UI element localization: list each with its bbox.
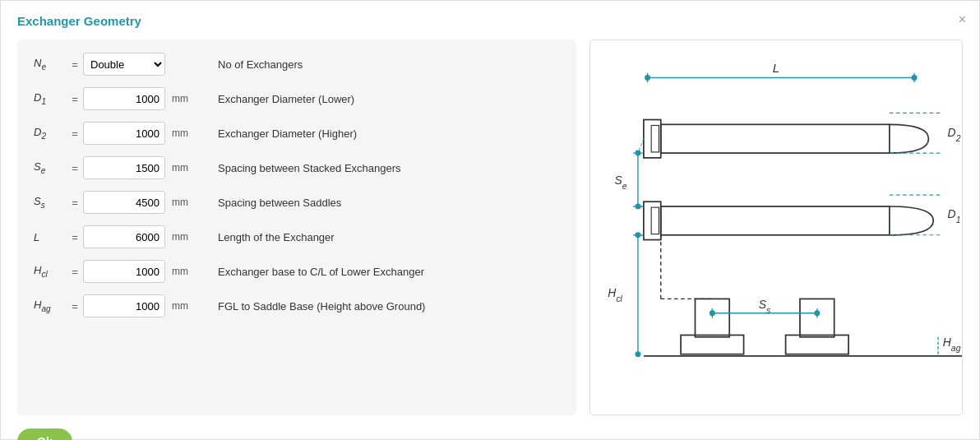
param-label-Se: Se: [34, 160, 67, 175]
input-D2[interactable]: [83, 122, 165, 145]
equals-Se: =: [67, 162, 83, 174]
equals-D2: =: [67, 127, 83, 140]
desc-D2: Exchanger Diameter (Higher): [218, 127, 357, 140]
param-label-Ne: Ne: [34, 57, 67, 72]
svg-rect-0: [590, 42, 962, 414]
equals-Hag: =: [67, 300, 83, 313]
desc-D1: Exchanger Diameter (Lower): [218, 93, 354, 105]
desc-Hag: FGL to Saddle Base (Height above Ground): [218, 300, 425, 313]
form-row-Se: Se=mmSpacing between Stacked Exchangers: [34, 156, 560, 179]
unit-L: mm: [172, 231, 205, 243]
ok-button[interactable]: Ok: [17, 428, 72, 440]
unit-Hcl: mm: [172, 266, 205, 277]
param-label-L: L: [34, 231, 67, 243]
input-Se[interactable]: [83, 156, 165, 179]
param-label-D1: D1: [34, 91, 67, 106]
desc-L: Length of the Exchanger: [218, 231, 335, 243]
svg-point-5: [912, 75, 918, 81]
form-row-Hcl: Hcl=mmExchanger base to C/L of Lower Exc…: [34, 260, 560, 283]
svg-point-22: [635, 151, 640, 156]
svg-point-39: [635, 351, 640, 357]
desc-Se: Spacing between Stacked Exchangers: [218, 162, 401, 174]
unit-Se: mm: [172, 162, 205, 174]
form-panel: Ne=SingleDoubleTripleNo of ExchangersD1=…: [17, 39, 576, 415]
unit-Hag: mm: [172, 300, 205, 312]
content-area: Ne=SingleDoubleTripleNo of ExchangersD1=…: [17, 39, 963, 415]
param-label-Ss: Ss: [34, 195, 67, 210]
param-label-D2: D2: [34, 126, 67, 141]
equals-Ne: =: [67, 58, 83, 71]
form-row-L: L=mmLength of the Exchanger: [34, 225, 560, 248]
input-Hag[interactable]: [83, 294, 165, 317]
svg-point-34: [814, 310, 820, 316]
param-label-Hcl: Hcl: [34, 264, 67, 279]
input-Ne[interactable]: SingleDoubleTriple: [83, 53, 165, 76]
equals-Ss: =: [67, 197, 83, 209]
form-row-D2: D2=mmExchanger Diameter (Higher): [34, 122, 560, 145]
form-row-D1: D1=mmExchanger Diameter (Lower): [34, 87, 560, 110]
desc-Hcl: Exchanger base to C/L of Lower Exchanger: [218, 266, 424, 278]
equals-D1: =: [67, 93, 83, 105]
form-row-Hag: Hag=mmFGL to Saddle Base (Height above G…: [34, 294, 560, 317]
svg-point-33: [710, 310, 715, 316]
equals-Hcl: =: [67, 266, 83, 278]
diagram-panel: L D2: [589, 39, 963, 415]
unit-Ss: mm: [172, 197, 205, 208]
input-Hcl[interactable]: [83, 260, 165, 283]
unit-D1: mm: [172, 93, 205, 104]
equals-L: =: [67, 231, 83, 243]
input-Ss[interactable]: [83, 191, 165, 214]
close-button[interactable]: ×: [959, 12, 966, 27]
dialog-title: Exchanger Geometry: [17, 14, 963, 28]
exchanger-diagram: L D2: [590, 40, 962, 415]
desc-Ne: No of Exchangers: [218, 58, 303, 71]
svg-point-4: [645, 75, 650, 81]
form-row-Ne: Ne=SingleDoubleTripleNo of Exchangers: [34, 53, 560, 76]
param-label-Hag: Hag: [34, 299, 67, 313]
desc-Ss: Spacing between Saddles: [218, 197, 341, 209]
svg-text:L: L: [773, 61, 779, 75]
input-D1[interactable]: [83, 87, 165, 110]
unit-D2: mm: [172, 127, 205, 139]
exchanger-geometry-dialog: Exchanger Geometry × Ne=SingleDoubleTrip…: [0, 0, 980, 440]
input-L[interactable]: [83, 225, 165, 248]
form-row-Ss: Ss=mmSpacing between Saddles: [34, 191, 560, 214]
